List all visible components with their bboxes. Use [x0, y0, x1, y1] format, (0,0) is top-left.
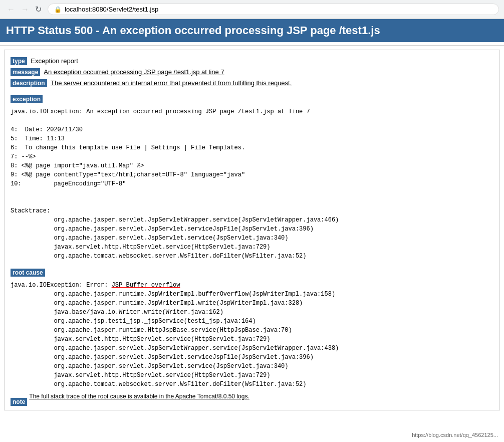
description-line: description The server encountered an in…	[11, 79, 493, 87]
description-label: description	[11, 79, 47, 87]
nav-buttons: ← → ↻	[5, 4, 44, 15]
error-title-text: HTTP Status 500 - An exception occurred …	[6, 24, 380, 37]
title-divider	[0, 45, 504, 46]
type-value: Exception report	[31, 57, 78, 65]
exception-mono: java.io.IOException: An exception occurr…	[11, 107, 493, 261]
root-cause-label: root cause	[11, 269, 45, 277]
refresh-button[interactable]: ↻	[33, 4, 44, 15]
root-cause-suffix: org.apache.jasper.runtime.JspWriterImpl.…	[11, 291, 339, 388]
error-body: type Exception report message An excepti…	[4, 50, 500, 410]
note-label: note	[11, 398, 27, 406]
type-label: type	[11, 57, 27, 65]
forward-button[interactable]: →	[19, 4, 31, 15]
exception-label: exception	[11, 95, 43, 103]
type-line: type Exception report	[11, 57, 493, 65]
root-cause-prefix: java.io.IOException: Error:	[11, 282, 112, 289]
url-text: localhost:8080/Servlet2/test1.jsp	[65, 6, 158, 13]
message-line: message An exception occurred processing…	[11, 68, 493, 76]
root-cause-mono: java.io.IOException: Error: JSP Buffer o…	[11, 281, 493, 389]
root-cause-overflow: JSP Buffer overflow	[112, 282, 180, 289]
message-label: message	[11, 68, 40, 76]
note-value[interactable]: The full stack trace of the root cause i…	[29, 393, 249, 400]
page-content: HTTP Status 500 - An exception occurred …	[0, 19, 504, 410]
description-value: The server encountered an internal error…	[51, 79, 292, 87]
lock-icon: 🔒	[54, 6, 62, 13]
root-cause-section: root cause	[11, 265, 493, 279]
exception-section: exception	[11, 91, 493, 105]
back-button[interactable]: ←	[5, 4, 17, 15]
address-bar[interactable]: 🔒 localhost:8080/Servlet2/test1.jsp	[48, 4, 499, 15]
browser-chrome: ← → ↻ 🔒 localhost:8080/Servlet2/test1.js…	[0, 0, 504, 19]
note-line: note The full stack trace of the root ca…	[11, 393, 493, 406]
error-title-bar: HTTP Status 500 - An exception occurred …	[0, 19, 504, 42]
message-value: An exception occurred processing JSP pag…	[44, 68, 224, 76]
